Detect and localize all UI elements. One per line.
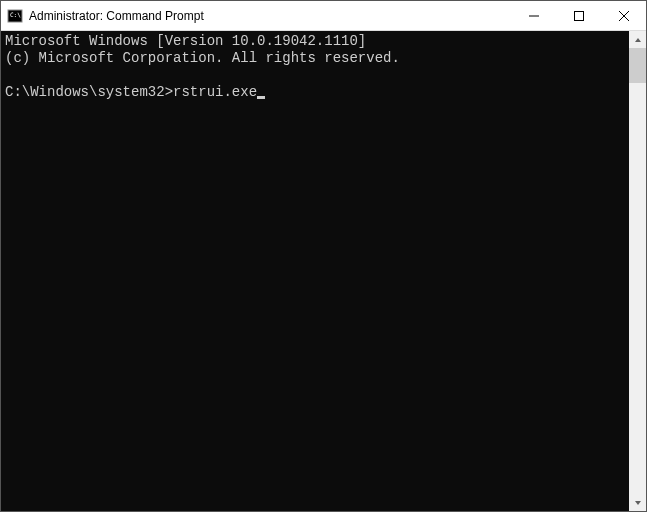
cmd-icon: C:\ bbox=[7, 8, 23, 24]
titlebar[interactable]: C:\ Administrator: Command Prompt bbox=[1, 1, 646, 31]
window-controls bbox=[511, 1, 646, 30]
svg-marker-6 bbox=[635, 38, 641, 42]
version-line: Microsoft Windows [Version 10.0.19042.11… bbox=[5, 33, 366, 49]
scroll-down-button[interactable] bbox=[629, 494, 646, 511]
client-area: Microsoft Windows [Version 10.0.19042.11… bbox=[1, 31, 646, 511]
copyright-line: (c) Microsoft Corporation. All rights re… bbox=[5, 50, 400, 66]
svg-text:C:\: C:\ bbox=[10, 11, 21, 18]
terminal-output[interactable]: Microsoft Windows [Version 10.0.19042.11… bbox=[1, 31, 629, 511]
text-cursor bbox=[257, 96, 265, 99]
close-button[interactable] bbox=[601, 1, 646, 31]
svg-marker-7 bbox=[635, 501, 641, 505]
window-title: Administrator: Command Prompt bbox=[29, 9, 511, 23]
vertical-scrollbar[interactable] bbox=[629, 31, 646, 511]
scroll-up-button[interactable] bbox=[629, 31, 646, 48]
scroll-thumb[interactable] bbox=[629, 48, 646, 83]
minimize-button[interactable] bbox=[511, 1, 556, 31]
prompt-path: C:\Windows\system32> bbox=[5, 84, 173, 100]
typed-command: rstrui.exe bbox=[173, 84, 257, 100]
svg-rect-3 bbox=[574, 12, 583, 21]
maximize-button[interactable] bbox=[556, 1, 601, 31]
command-prompt-window: C:\ Administrator: Command Prompt Micros… bbox=[0, 0, 647, 512]
